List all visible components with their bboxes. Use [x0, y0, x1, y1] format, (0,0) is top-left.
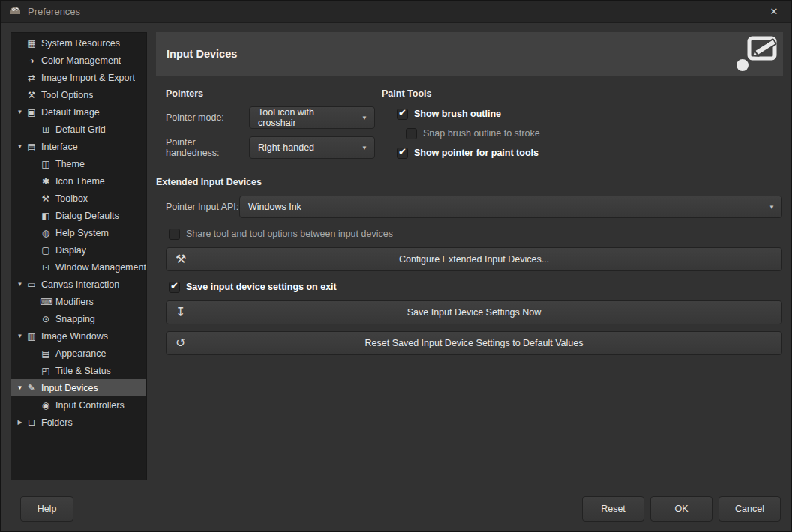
save-settings-on-exit-checkbox[interactable]: ✔ Save input device settings on exit — [169, 280, 783, 294]
sidebar-item-label: Folders — [41, 417, 73, 428]
sidebar-item[interactable]: ⌨ Modifiers — [11, 293, 146, 310]
sidebar-item-label: Help System — [56, 228, 109, 238]
sidebar-item[interactable]: ▶ ⊟ Folders — [11, 414, 146, 431]
input-devices-header-icon — [735, 36, 777, 72]
page-header: Input Devices — [156, 32, 783, 76]
sidebar-item[interactable]: ◰ Title & Status — [11, 362, 146, 379]
sidebar-item-label: Interface — [41, 142, 78, 152]
sidebar-item-label: Icon Theme — [56, 176, 105, 187]
chevron-down-icon: ▼ — [354, 115, 368, 121]
sidebar-item[interactable]: ⊡ Window Management — [11, 259, 146, 276]
sidebar-item[interactable]: ◫ Theme — [11, 155, 146, 172]
check-icon: ✔ — [398, 108, 406, 118]
sidebar-item[interactable]: ▼ ▥ Image Windows — [11, 327, 146, 345]
paint-tools-section: Paint Tools ✔ Show brush outline ✔ Snap … — [382, 88, 540, 166]
chevron-down-icon: ▼ — [354, 145, 368, 151]
expander-icon: ▼ — [14, 109, 26, 115]
title-status-icon: ◰ — [40, 366, 52, 376]
sidebar-item[interactable]: ▢ Display — [11, 241, 146, 259]
default-image-icon: ▣ — [26, 107, 38, 118]
checkbox[interactable]: ✔ — [397, 148, 408, 159]
configure-extended-devices-button[interactable]: ⚒ Configure Extended Input Devices... — [166, 247, 782, 271]
check-icon: ✔ — [398, 147, 406, 157]
snap-brush-outline-checkbox[interactable]: ✔ Snap brush outline to stroke — [406, 127, 540, 140]
sidebar-item[interactable]: ▦ System Resources — [11, 34, 146, 52]
folders-icon: ⊟ — [26, 417, 38, 428]
pointer-mode-value: Tool icon with crosshair — [258, 107, 354, 128]
pointer-mode-dropdown[interactable]: Tool icon with crosshair ▼ — [249, 106, 375, 129]
sidebar-item[interactable]: ▼ ▭ Canvas Interaction — [11, 276, 146, 293]
image-import-export-icon: ⇄ — [26, 73, 38, 83]
checkbox-label: Save input device settings on exit — [186, 282, 337, 292]
sidebar-item[interactable]: ◧ Dialog Defaults — [11, 207, 146, 224]
sidebar-item-label: Canvas Interaction — [41, 279, 119, 290]
system-resources-icon: ▦ — [26, 38, 38, 49]
sidebar-item[interactable]: ✱ Icon Theme — [11, 172, 146, 190]
checkbox[interactable]: ✔ — [406, 128, 417, 139]
dialog-footer: Help Reset OK Cancel — [20, 496, 781, 522]
sidebar-item[interactable]: ◑ Color Management — [11, 52, 146, 69]
sidebar-item[interactable]: ◉ Input Controllers — [11, 396, 146, 414]
color-management-icon: ◑ — [26, 55, 38, 66]
pointer-input-api-dropdown[interactable]: Windows Ink ▼ — [239, 196, 782, 218]
sidebar-item-label: Input Devices — [41, 383, 98, 393]
save-input-device-settings-label: Save Input Device Settings Now — [166, 307, 782, 318]
show-brush-outline-checkbox[interactable]: ✔ Show brush outline — [397, 107, 540, 121]
cancel-button[interactable]: Cancel — [718, 496, 781, 522]
sidebar-item[interactable]: ▼ ▤ Interface — [11, 138, 146, 155]
tool-options-icon: ⚒ — [26, 90, 38, 100]
sidebar-tree: ▦ System Resources ◑ Color Management ⇄ … — [10, 32, 147, 480]
sidebar-item[interactable]: ⇄ Image Import & Export — [11, 69, 146, 86]
pointer-handedness-dropdown[interactable]: Right-handed ▼ — [249, 136, 375, 159]
expander-icon: ▶ — [14, 419, 26, 426]
sidebar-item-label: System Resources — [41, 38, 120, 49]
share-tool-options-checkbox[interactable]: ✔ Share tool and tool options between in… — [169, 227, 783, 241]
pointer-handedness-value: Right-handed — [258, 142, 314, 153]
checkbox[interactable]: ✔ — [169, 282, 180, 293]
sidebar-item[interactable]: ▼ ▣ Default Image — [11, 103, 146, 121]
toolbox-icon: ⚒ — [40, 193, 52, 204]
reset-button[interactable]: Reset — [582, 496, 644, 522]
sidebar-item-label: Toolbox — [56, 193, 88, 204]
titlebar: Preferences ✕ — [1, 1, 791, 23]
window-title: Preferences — [28, 6, 80, 17]
sidebar-item[interactable]: ◍ Help System — [11, 224, 146, 241]
content-pane: Input Devices Pointers Pointer mode: — [156, 32, 783, 355]
expander-icon: ▼ — [14, 333, 26, 339]
pointer-input-api-label: Pointer Input API: — [166, 202, 239, 212]
pointer-handedness-label: Pointer handedness: — [166, 137, 249, 158]
expander-icon: ▼ — [14, 384, 26, 391]
pointer-mode-label: Pointer mode: — [166, 112, 249, 123]
sidebar-item[interactable]: ▼ ✎ Input Devices — [11, 379, 146, 396]
checkbox-label: Snap brush outline to stroke — [423, 128, 540, 139]
help-button[interactable]: Help — [20, 496, 74, 522]
reset-saved-settings-button[interactable]: ↺ Reset Saved Input Device Settings to D… — [166, 331, 782, 355]
sidebar-item-label: Image Windows — [41, 331, 108, 342]
sidebar-item[interactable]: ▤ Appearance — [11, 345, 146, 362]
sidebar-item[interactable]: ⚒ Toolbox — [11, 190, 146, 207]
close-icon[interactable]: ✕ — [763, 1, 785, 23]
sidebar-item-label: Image Import & Export — [41, 73, 135, 83]
save-input-device-settings-button[interactable]: ↧ Save Input Device Settings Now — [166, 300, 782, 324]
wrench-icon: ⚒ — [176, 253, 186, 265]
preferences-window: Preferences ✕ ▦ System Resources ◑ Color… — [0, 0, 792, 532]
sidebar-item-label: Tool Options — [41, 90, 93, 100]
checkbox[interactable]: ✔ — [169, 229, 180, 240]
checkbox[interactable]: ✔ — [397, 109, 408, 120]
extended-input-devices-title: Extended Input Devices — [156, 177, 783, 188]
sidebar-item[interactable]: ⚒ Tool Options — [11, 86, 146, 103]
check-icon: ✔ — [170, 281, 178, 291]
sidebar-item-label: Title & Status — [56, 366, 111, 376]
interface-icon: ▤ — [26, 142, 38, 152]
sidebar-item-label: Dialog Defaults — [56, 211, 119, 221]
show-pointer-paint-tools-checkbox[interactable]: ✔ Show pointer for paint tools — [397, 146, 540, 160]
sidebar-item[interactable]: ⊙ Snapping — [11, 310, 146, 327]
sidebar-item-label: Display — [56, 245, 86, 256]
input-controllers-icon: ◉ — [40, 400, 52, 411]
ok-button[interactable]: OK — [650, 496, 712, 522]
sidebar-item-label: Snapping — [56, 314, 95, 324]
sidebar-item[interactable]: ⊞ Default Grid — [11, 121, 146, 138]
sidebar-item-label: Appearance — [56, 348, 106, 359]
paint-tools-section-title: Paint Tools — [382, 88, 540, 100]
sidebar-item-label: Theme — [56, 159, 85, 169]
